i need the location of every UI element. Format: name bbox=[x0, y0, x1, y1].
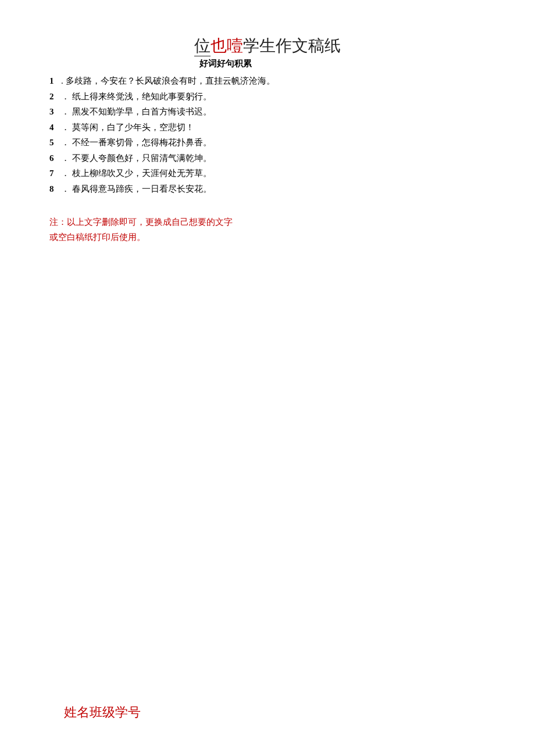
list-number: 5 bbox=[49, 135, 58, 151]
title-part3: 学生作文稿纸 bbox=[243, 37, 341, 56]
list-dot: ． bbox=[61, 182, 70, 197]
title-part2: 也噎 bbox=[211, 37, 243, 55]
list-item: 7 ． 枝上柳绵吹又少，天涯何处无芳草。 bbox=[49, 166, 486, 181]
list-dot: ． bbox=[61, 135, 70, 151]
list-item: 3 ． 黑发不知勤学早，白首方悔读书迟。 bbox=[49, 105, 486, 120]
quote-list: 1 . 多歧路，今安在？长风破浪会有时，直挂云帆济沧海。 2 ． 纸上得来终觉浅… bbox=[49, 74, 486, 196]
list-dot: ． bbox=[61, 89, 70, 105]
list-number: 6 bbox=[49, 151, 58, 166]
list-text: 多歧路，今安在？长风破浪会有时，直挂云帆济沧海。 bbox=[66, 74, 486, 89]
list-item: 6 ． 不要人夸颜色好，只留清气满乾坤。 bbox=[49, 151, 486, 166]
list-text: 枝上柳绵吹又少，天涯何处无芳草。 bbox=[72, 166, 486, 181]
footer-labels: 姓名班级学号 bbox=[64, 704, 141, 721]
list-item: 4 ． 莫等闲，白了少年头，空悲切！ bbox=[49, 120, 486, 135]
list-number: 2 bbox=[49, 89, 58, 105]
title-part1: 位 bbox=[194, 37, 211, 56]
subtitle: 好词好句积累 bbox=[0, 58, 486, 69]
document-title: 位也噎学生作文稿纸 bbox=[194, 35, 341, 57]
title-container: 位也噎学生作文稿纸 bbox=[49, 35, 486, 57]
list-text: 莫等闲，白了少年头，空悲切！ bbox=[72, 120, 486, 135]
list-number: 7 bbox=[49, 166, 58, 181]
list-item: 2 ． 纸上得来终觉浅，绝知此事要躬行。 bbox=[49, 89, 486, 105]
list-number: 8 bbox=[49, 182, 58, 197]
list-number: 4 bbox=[49, 120, 58, 135]
list-dot: ． bbox=[61, 151, 70, 166]
list-item: 1 . 多歧路，今安在？长风破浪会有时，直挂云帆济沧海。 bbox=[49, 74, 486, 89]
list-item: 8 ． 春风得意马蹄疾，一日看尽长安花。 bbox=[49, 182, 486, 197]
list-text: 春风得意马蹄疾，一日看尽长安花。 bbox=[72, 182, 486, 197]
list-dot: ． bbox=[61, 105, 70, 120]
list-dot: ． bbox=[61, 166, 70, 181]
list-text: 黑发不知勤学早，白首方悔读书迟。 bbox=[72, 105, 486, 120]
list-dot: . bbox=[61, 74, 63, 89]
note-text: 注：以上文字删除即可，更换成自己想要的文字或空白稿纸打印后使用。 bbox=[49, 215, 236, 245]
list-text: 不要人夸颜色好，只留清气满乾坤。 bbox=[72, 151, 486, 166]
list-number: 1 bbox=[49, 74, 58, 89]
list-dot: ． bbox=[61, 120, 70, 135]
list-text: 不经一番寒切骨，怎得梅花扑鼻香。 bbox=[72, 135, 486, 151]
list-number: 3 bbox=[49, 105, 58, 120]
list-text: 纸上得来终觉浅，绝知此事要躬行。 bbox=[72, 89, 486, 105]
list-item: 5 ． 不经一番寒切骨，怎得梅花扑鼻香。 bbox=[49, 135, 486, 151]
